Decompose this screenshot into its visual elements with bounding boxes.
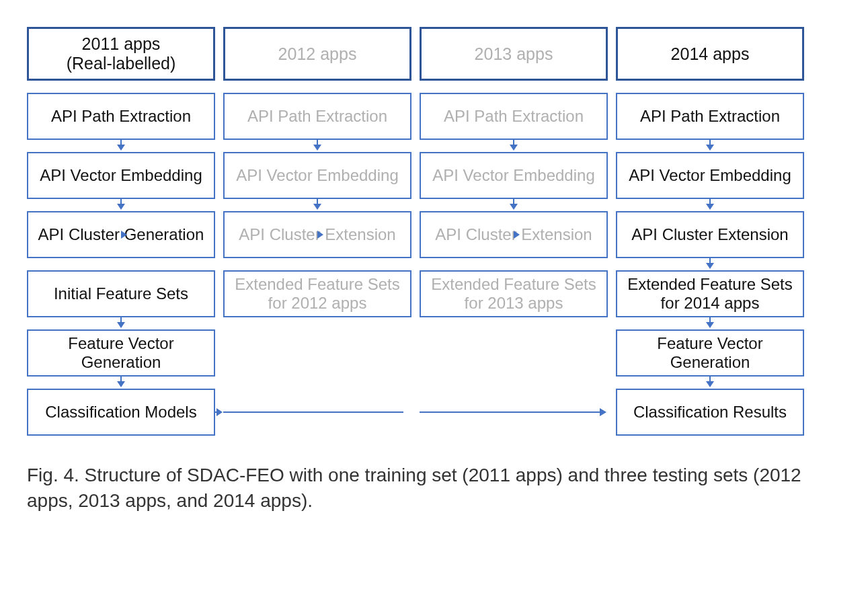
col-header-2014: 2014 apps <box>616 27 804 81</box>
box-api-path-2014: API Path Extraction <box>616 93 804 140</box>
box-feature-sets-2012: Extended Feature Sets for 2012 apps <box>223 270 411 317</box>
empty-cell <box>223 329 411 377</box>
figure-caption: Fig. 4. Structure of SDAC-FEO with one t… <box>27 463 807 514</box>
box-api-cluster-2014: API Cluster Extension <box>616 211 804 258</box>
box-feature-sets-2011: Initial Feature Sets <box>27 270 215 317</box>
box-api-cluster-2013: API Cluster Extension <box>420 211 608 258</box>
box-feature-vector-2011: Feature Vector Generation <box>27 329 215 377</box>
arrow-models-to-results <box>420 389 608 436</box>
box-api-path-2011: API Path Extraction <box>27 93 215 140</box>
box-classification-results: Classification Results <box>616 389 804 436</box>
box-api-vector-2011: API Vector Embedding <box>27 152 215 199</box>
box-api-path-2013: API Path Extraction <box>420 93 608 140</box>
box-feature-vector-2014: Feature Vector Generation <box>616 329 804 377</box>
arrow-models-to-results <box>223 389 411 436</box>
col-header-2012: 2012 apps <box>223 27 411 81</box>
box-api-path-2012: API Path Extraction <box>223 93 411 140</box>
box-api-cluster-2011: API Cluster Generation <box>27 211 215 258</box>
box-api-vector-2014: API Vector Embedding <box>616 152 804 199</box>
col-header-2011: 2011 apps(Real-labelled) <box>27 27 215 81</box>
empty-cell <box>420 329 608 377</box>
box-classification-models: Classification Models <box>27 389 215 436</box>
col-header-2013: 2013 apps <box>420 27 608 81</box>
box-api-vector-2013: API Vector Embedding <box>420 152 608 199</box>
box-api-cluster-2012: API Cluster Extension <box>223 211 411 258</box>
sdac-feo-diagram: 2011 apps(Real-labelled) 2012 apps 2013 … <box>27 27 804 436</box>
box-api-vector-2012: API Vector Embedding <box>223 152 411 199</box>
box-feature-sets-2013: Extended Feature Sets for 2013 apps <box>420 270 608 317</box>
box-feature-sets-2014: Extended Feature Sets for 2014 apps <box>616 270 804 317</box>
